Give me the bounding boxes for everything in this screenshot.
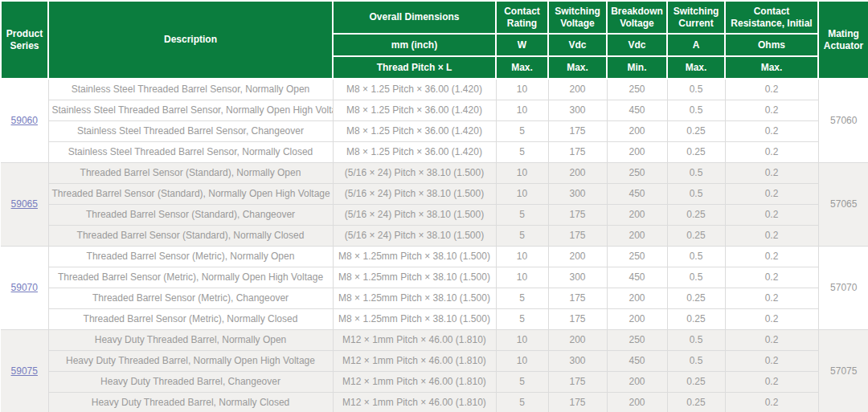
switching-voltage-cell: 175 (548, 288, 607, 308)
mating-actuator-cell: 57075 (818, 329, 868, 412)
description-cell: Stainless Steel Threaded Barrel Sensor, … (48, 120, 333, 141)
dimensions-cell: M12 × 1mm Pitch × 46.00 (1.810) (333, 392, 496, 412)
unit-contact-resistance: Ohms (725, 34, 818, 56)
switching-voltage-cell: 200 (548, 329, 607, 350)
description-cell: Threaded Barrel Sensor (Metric), Normall… (48, 267, 333, 288)
table-row: Threaded Barrel Sensor (Metric), Normall… (1, 308, 868, 329)
switching-voltage-cell: 175 (548, 120, 607, 141)
switching-current-cell: 0.25 (667, 288, 725, 308)
mating-actuator-cell: 57065 (818, 162, 868, 246)
contact-resistance-cell: 0.2 (725, 141, 818, 162)
breakdown-voltage-cell: 250 (607, 329, 667, 350)
table-row: Threaded Barrel Sensor (Standard), Norma… (1, 183, 868, 204)
contact-rating-cell: 5 (496, 371, 548, 392)
contact-rating-cell: 10 (496, 162, 548, 183)
table-row: Threaded Barrel Sensor (Metric), Normall… (1, 267, 868, 288)
description-cell: Threaded Barrel Sensor (Standard), Chang… (48, 204, 333, 225)
col-header-description: Description (48, 1, 333, 79)
contact-resistance-cell: 0.2 (725, 308, 818, 329)
col-header-mating-actuator: Mating Actuator (818, 1, 868, 79)
qualifier-contact-rating: Max. (496, 56, 548, 79)
switching-current-cell: 0.5 (667, 183, 725, 204)
breakdown-voltage-cell: 250 (607, 246, 667, 267)
dimensions-cell: M8 × 1.25mm Pitch × 38.10 (1.500) (333, 267, 496, 288)
dimensions-cell: M12 × 1mm Pitch × 46.00 (1.810) (333, 329, 496, 350)
switching-current-cell: 0.5 (667, 350, 725, 371)
contact-resistance-cell: 0.2 (725, 267, 818, 288)
switching-current-cell: 0.25 (667, 141, 725, 162)
description-cell: Stainless Steel Threaded Barrel Sensor, … (48, 79, 333, 100)
contact-rating-cell: 10 (496, 267, 548, 288)
product-series-link[interactable]: 59070 (11, 282, 38, 293)
contact-rating-cell: 5 (496, 225, 548, 246)
switching-current-cell: 0.5 (667, 267, 725, 288)
breakdown-voltage-cell: 450 (607, 100, 667, 120)
product-series-cell: 59075 (1, 329, 48, 412)
breakdown-voltage-cell: 200 (607, 371, 667, 392)
col-header-contact-rating: Contact Rating (496, 1, 548, 34)
product-series-link[interactable]: 59060 (11, 115, 38, 126)
dimensions-cell: (5/16 × 24) Pitch × 38.10 (1.500) (333, 204, 496, 225)
qualifier-switching-voltage: Max. (548, 56, 607, 79)
switching-voltage-cell: 300 (548, 267, 607, 288)
contact-resistance-cell: 0.2 (725, 288, 818, 308)
contact-resistance-cell: 0.2 (725, 79, 818, 100)
contact-resistance-cell: 0.2 (725, 371, 818, 392)
contact-rating-cell: 5 (496, 288, 548, 308)
contact-rating-cell: 10 (496, 329, 548, 350)
breakdown-voltage-cell: 450 (607, 267, 667, 288)
dimensions-cell: M8 × 1.25mm Pitch × 38.10 (1.500) (333, 246, 496, 267)
table-row: 59065Threaded Barrel Sensor (Standard), … (1, 162, 868, 183)
switching-current-cell: 0.5 (667, 329, 725, 350)
contact-rating-cell: 5 (496, 120, 548, 141)
contact-resistance-cell: 0.2 (725, 120, 818, 141)
product-series-link[interactable]: 59065 (11, 198, 38, 210)
dimensions-cell: (5/16 × 24) Pitch × 38.10 (1.500) (333, 162, 496, 183)
qualifier-switching-current: Max. (667, 56, 725, 79)
breakdown-voltage-cell: 450 (607, 350, 667, 371)
table-row: Threaded Barrel Sensor (Metric), Changeo… (1, 288, 868, 308)
col-header-switching-current: Switching Current (667, 1, 725, 34)
dimensions-cell: M8 × 1.25mm Pitch × 38.10 (1.500) (333, 308, 496, 329)
product-series-cell: 59065 (1, 162, 48, 246)
description-cell: Heavy Duty Threaded Barrel, Normally Ope… (48, 329, 333, 350)
qualifier-breakdown-voltage: Min. (607, 56, 667, 79)
mating-actuator-cell: 57060 (818, 79, 868, 162)
switching-voltage-cell: 300 (548, 100, 607, 120)
col-header-product-series: Product Series (1, 1, 48, 79)
switching-voltage-cell: 300 (548, 183, 607, 204)
switching-current-cell: 0.5 (667, 246, 725, 267)
unit-breakdown-voltage: Vdc (607, 34, 667, 56)
description-cell: Threaded Barrel Sensor (Standard), Norma… (48, 183, 333, 204)
switching-current-cell: 0.25 (667, 371, 725, 392)
contact-resistance-cell: 0.2 (725, 246, 818, 267)
table-row: Threaded Barrel Sensor (Standard), Norma… (1, 225, 868, 246)
table-row: Stainless Steel Threaded Barrel Sensor, … (1, 120, 868, 141)
breakdown-voltage-cell: 200 (607, 308, 667, 329)
table-row: Heavy Duty Threaded Barrel, ChangeoverM1… (1, 371, 868, 392)
product-series-cell: 59060 (1, 79, 48, 162)
switching-voltage-cell: 200 (548, 162, 607, 183)
breakdown-voltage-cell: 450 (607, 183, 667, 204)
description-cell: Threaded Barrel Sensor (Metric), Normall… (48, 246, 333, 267)
switching-current-cell: 0.25 (667, 392, 725, 412)
description-cell: Heavy Duty Threaded Barrel, Normally Clo… (48, 392, 333, 412)
contact-resistance-cell: 0.2 (725, 100, 818, 120)
description-cell: Threaded Barrel Sensor (Standard), Norma… (48, 162, 333, 183)
switching-voltage-cell: 175 (548, 392, 607, 412)
product-spec-table: Product Series Description Overall Dimen… (0, 0, 868, 412)
breakdown-voltage-cell: 200 (607, 392, 667, 412)
mating-actuator-cell: 57070 (818, 246, 868, 329)
product-series-link[interactable]: 59075 (11, 365, 38, 377)
qualifier-contact-resistance: Max. (725, 56, 818, 79)
table-row: Stainless Steel Threaded Barrel Sensor, … (1, 141, 868, 162)
description-cell: Heavy Duty Threaded Barrel, Changeover (48, 371, 333, 392)
description-cell: Threaded Barrel Sensor (Metric), Normall… (48, 308, 333, 329)
description-cell: Stainless Steel Threaded Barrel Sensor, … (48, 100, 333, 120)
switching-voltage-cell: 200 (548, 79, 607, 100)
unit-contact-rating: W (496, 34, 548, 56)
contact-rating-cell: 10 (496, 246, 548, 267)
contact-rating-cell: 5 (496, 392, 548, 412)
breakdown-voltage-cell: 200 (607, 288, 667, 308)
dimensions-cell: M8 × 1.25 Pitch × 36.00 (1.420) (333, 141, 496, 162)
